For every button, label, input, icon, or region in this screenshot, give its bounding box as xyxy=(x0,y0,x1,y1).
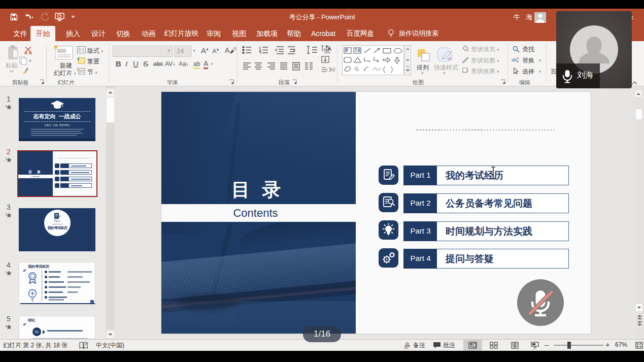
svg-text:ab: ab xyxy=(512,57,517,62)
svg-text:A: A xyxy=(328,46,331,51)
